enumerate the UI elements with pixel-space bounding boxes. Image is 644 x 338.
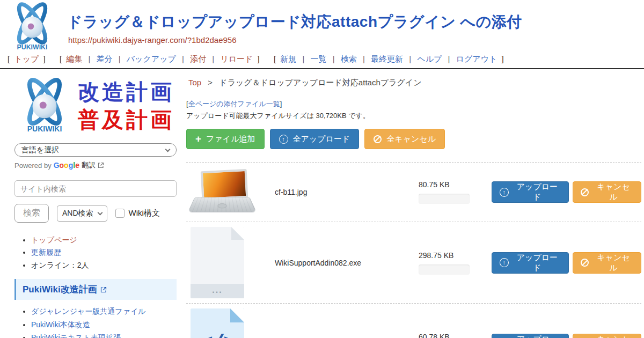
upload-circle-icon: ↑: [500, 188, 509, 197]
add-files-button[interactable]: + ファイル追加: [186, 129, 265, 149]
breadcrumb-top-link[interactable]: Top: [188, 78, 201, 87]
file-size: 60.78 KB: [419, 333, 482, 338]
page-url-link[interactable]: https://pukiwiki.dajya-ranger.com/?1bd2d…: [68, 35, 237, 45]
ban-icon: [374, 135, 382, 143]
sidebar-section-heading: PukiWiki改造計画: [14, 279, 177, 300]
search-controls: 検索 AND検索 Wiki構文: [14, 204, 177, 223]
upload-button[interactable]: ↑ アップロード: [492, 252, 569, 274]
divider: |: [88, 54, 90, 63]
list-item: ダジャレンジャー版共通ファイル: [31, 305, 177, 317]
file-icon-footer: ...: [191, 284, 244, 298]
breadcrumb: Top > ドラッグ＆ドロップアップロード対応attachプラグイン: [188, 78, 641, 88]
page-title: ドラッグ＆ドロップアップロード対応attachプラグイン への添付: [67, 12, 522, 32]
site-search-input[interactable]: [14, 180, 177, 197]
divider: |: [363, 54, 365, 63]
row-actions: ↑ アップロード キャンセル: [492, 334, 641, 338]
nav-diff[interactable]: 差分: [97, 54, 113, 63]
sidebar-item-text-extension[interactable]: PukiWikiテキスト表現拡張: [31, 333, 121, 338]
pukiwiki-atom-icon: PUKIWIKI: [14, 77, 75, 135]
list-item: トップページ: [31, 234, 177, 246]
laptop-keyboard: [188, 197, 257, 212]
upload-button[interactable]: ↑ アップロード: [492, 334, 569, 338]
row-actions: ↑ アップロード キャンセル: [492, 181, 641, 203]
attach-list-line: [全ページの添付ファイル一覧]: [186, 99, 641, 109]
table-row: cf-b11.jpg 80.75 KB ↑ アップロード キャンセル: [186, 163, 641, 222]
ban-icon: [581, 188, 589, 196]
wiki-syntax-label: Wiki構文: [129, 208, 160, 218]
sidebar-item-core-mods[interactable]: PukiWiki本体改造: [31, 320, 90, 329]
cancel-all-label: 全キャンセル: [386, 134, 436, 144]
thumbnail-cell: </>: [186, 307, 275, 338]
upload-all-label: 全アップロード: [293, 134, 350, 144]
language-select-value: 言語を選択: [21, 145, 59, 155]
nav-recent[interactable]: 最終更新: [371, 54, 403, 63]
divider: |: [302, 54, 304, 63]
all-attachments-link[interactable]: 全ページの添付ファイル一覧: [188, 100, 280, 108]
page-fold: [230, 308, 244, 322]
cancel-label: キャンセル: [594, 334, 633, 338]
action-bar: + ファイル追加 ↑ 全アップロード 全キャンセル: [186, 129, 641, 149]
cancel-label: キャンセル: [594, 182, 633, 202]
file-size: 298.75 KB: [419, 251, 482, 260]
cancel-button[interactable]: キャンセル: [573, 334, 641, 338]
list-item: PukiWiki本体改造: [31, 319, 177, 330]
sidebar-item-common-files[interactable]: ダジャレンジャー版共通ファイル: [31, 307, 146, 315]
online-count: オンライン：2人: [31, 261, 89, 269]
upload-button[interactable]: ↑ アップロード: [492, 181, 569, 203]
sidebar-quick-links: トップページ 更新履歴 オンライン：2人: [14, 234, 177, 271]
thumbnail-cell: [186, 166, 275, 218]
nav-top[interactable]: トップ: [14, 54, 39, 63]
external-link-icon: [98, 162, 104, 168]
nav-attach[interactable]: 添付: [190, 54, 206, 63]
translate-label: 翻訳: [82, 160, 96, 170]
row-actions: ↑ アップロード キャンセル: [492, 252, 641, 274]
divider: |: [182, 54, 184, 63]
nav-new[interactable]: 新規: [280, 54, 296, 63]
upload-label: アップロード: [514, 182, 561, 202]
breadcrumb-current: ドラッグ＆ドロップアップロード対応attachプラグイン: [219, 78, 421, 87]
ban-icon: [581, 259, 589, 267]
wiki-syntax-checkbox[interactable]: [115, 209, 125, 218]
nav-backup[interactable]: バックアップ: [127, 54, 176, 63]
sidebar-plugin-links: ダジャレンジャー版共通ファイル PukiWiki本体改造 PukiWikiテキス…: [14, 305, 177, 338]
cancel-button[interactable]: キャンセル: [573, 181, 641, 203]
sidebar-item-update-history[interactable]: 更新履歴: [31, 248, 61, 256]
breadcrumb-separator: >: [208, 78, 213, 87]
chevron-down-icon: [165, 146, 171, 152]
search-mode-select[interactable]: AND検索: [57, 205, 107, 222]
search-button[interactable]: 検索: [14, 204, 49, 223]
file-meta: 80.75 KB: [419, 180, 482, 204]
nav-help[interactable]: ヘルプ: [417, 54, 442, 63]
chevron-down-icon: [97, 210, 103, 215]
pukiwiki-kaizou-link[interactable]: PukiWiki改造計画: [23, 283, 97, 296]
divider: |: [448, 54, 450, 63]
banner-line1: 改造計画: [78, 78, 174, 106]
nav-logout[interactable]: ログアウト: [456, 54, 497, 63]
progress-bar: [419, 264, 470, 275]
nav-reload[interactable]: リロード: [220, 54, 253, 63]
nav-search[interactable]: 検索: [341, 54, 357, 63]
language-select[interactable]: 言語を選択: [14, 143, 177, 157]
upload-circle-icon: ↑: [500, 258, 509, 267]
cancel-all-button[interactable]: 全キャンセル: [364, 129, 445, 149]
thumbnail-cell: ...: [186, 225, 275, 300]
file-upload-list: cf-b11.jpg 80.75 KB ↑ アップロード キャンセル: [186, 162, 641, 338]
image-thumbnail: [191, 170, 256, 214]
file-meta: 60.78 KB: [419, 333, 482, 338]
navbar: [ トップ ] [ 編集 | 差分 | バックアップ | 添付 | リロード ]…: [0, 52, 644, 69]
upload-circle-icon: ↑: [279, 135, 288, 144]
generic-file-icon: ...: [191, 227, 244, 298]
sidebar-item-top-page[interactable]: トップページ: [31, 236, 77, 244]
cancel-button[interactable]: キャンセル: [573, 252, 641, 274]
upload-label: アップロード: [514, 253, 561, 273]
upload-all-button[interactable]: ↑ 全アップロード: [270, 129, 360, 149]
nav-list[interactable]: 一覧: [311, 54, 327, 63]
google-logo: Google: [54, 161, 79, 170]
main-content: Top > ドラッグ＆ドロップアップロード対応attachプラグイン [全ページ…: [185, 69, 644, 338]
progress-bar: [419, 194, 470, 204]
bracket: ]: [258, 54, 260, 63]
pukiwiki-logo[interactable]: PUKIWIKI: [4, 2, 60, 52]
sidebar: PUKIWIKI 改造計画 普及計画 言語を選択 Powered by Goog…: [0, 69, 185, 338]
nav-edit[interactable]: 編集: [66, 54, 82, 63]
divider: |: [409, 54, 411, 63]
